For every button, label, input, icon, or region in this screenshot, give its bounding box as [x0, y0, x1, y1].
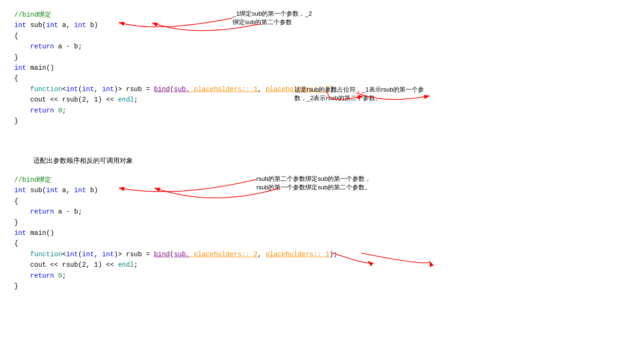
- b-code-line-9: return 0;: [14, 271, 618, 281]
- b-code-line-10: }: [14, 281, 618, 291]
- b-code-line-6: {: [14, 238, 618, 249]
- b-code-line-4: }: [14, 217, 618, 228]
- code-line-10: }: [14, 116, 618, 126]
- bottom-code-block: //bind绑定 int sub(int a, int b) { return …: [14, 175, 618, 291]
- top-annotation-1: _1绑定sub的第一个参数，_2绑定sub的第二个参数: [233, 9, 356, 27]
- top-section: //bind绑定 int sub(int a, int b) { return …: [14, 9, 618, 142]
- top-code-block: //bind绑定 int sub(int a, int b) { return …: [14, 9, 618, 126]
- separator-text: 适配出参数顺序相反的可调用对象: [33, 157, 618, 165]
- b-code-line-2: {: [14, 196, 618, 206]
- code-line-5: int main(): [14, 63, 618, 73]
- top-annotation-2: 这是rsub的参数占位符，_1表示rsub的第一个参数，_2表示rsub的第二个…: [294, 85, 456, 103]
- b-code-line-5: int main(): [14, 228, 618, 238]
- code-line-9: return 0;: [14, 105, 618, 116]
- b-code-line-3: return a - b;: [14, 206, 618, 217]
- code-line-6: {: [14, 73, 618, 84]
- code-line-3: return a - b;: [14, 41, 618, 52]
- code-line-2: {: [14, 31, 618, 41]
- b-code-line-8: cout << rsub(2, 1) << endl;: [14, 260, 618, 270]
- b-code-line-7: function<int(int, int)> rsub = bind(sub,…: [14, 249, 618, 260]
- bottom-annotation-1: rsub的第二个参数绑定sub的第一个参数，rsub的第一个参数绑定sub的第二…: [256, 175, 446, 192]
- bottom-section: //bind绑定 int sub(int a, int b) { return …: [14, 175, 618, 308]
- code-line-4: }: [14, 52, 618, 63]
